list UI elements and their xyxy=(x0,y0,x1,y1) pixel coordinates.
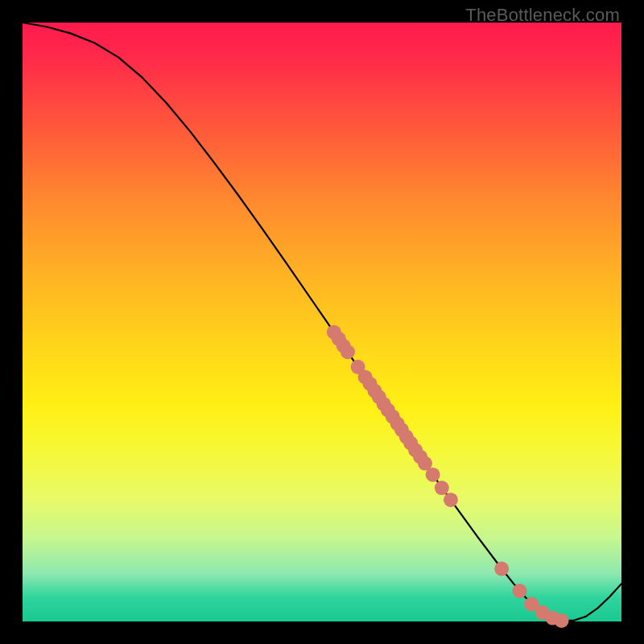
chart-stage: TheBottleneck.com xyxy=(0,0,644,644)
data-point xyxy=(555,613,569,628)
data-points xyxy=(327,325,569,628)
chart-svg xyxy=(23,23,621,621)
watermark-text: TheBottleneck.com xyxy=(465,5,620,26)
data-point xyxy=(444,493,458,507)
data-point xyxy=(435,481,449,495)
data-point xyxy=(494,562,509,576)
data-point xyxy=(341,345,355,359)
data-point xyxy=(426,468,440,482)
data-point xyxy=(513,584,527,598)
bottleneck-curve xyxy=(23,23,621,621)
plot-area xyxy=(23,23,621,621)
